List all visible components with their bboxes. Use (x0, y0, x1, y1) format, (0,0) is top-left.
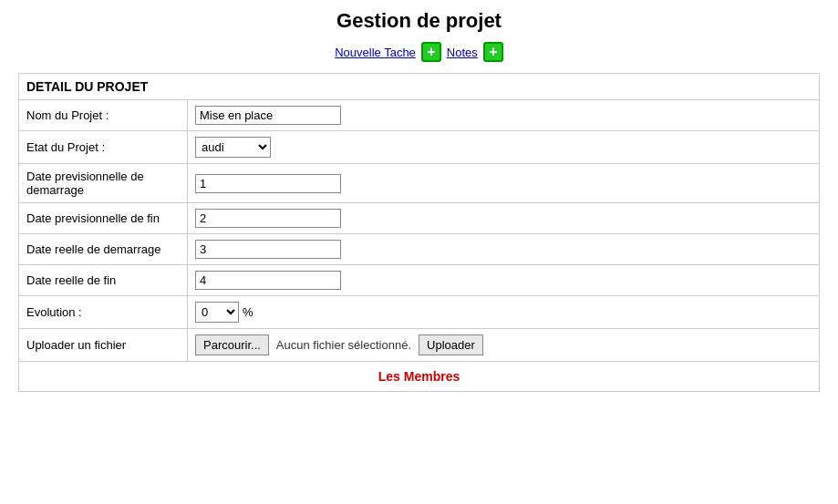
table-row: Nom du Projet : (19, 100, 820, 131)
upload-label: Uploader un fichier (19, 329, 188, 362)
evolution-cell: 0 10 20 30 40 50 60 70 80 90 100 % (188, 296, 820, 329)
date-prev-demarrage-label: Date previsionnelle de demarrage (19, 164, 188, 203)
section-header: DETAIL DU PROJET (19, 74, 820, 100)
upload-button[interactable]: Uploader (419, 334, 483, 355)
notes-plus-button[interactable]: + (483, 42, 503, 62)
page-title: Gestion de projet (18, 9, 820, 33)
no-file-text: Aucun fichier sélectionné. (276, 338, 411, 352)
evolution-label: Evolution : (19, 296, 188, 329)
nouvelle-tache-link[interactable]: Nouvelle Tache (335, 46, 416, 59)
footer-row: Les Membres (19, 362, 820, 392)
date-prev-fin-cell (188, 203, 820, 234)
table-row: Evolution : 0 10 20 30 40 50 60 70 80 90 (19, 296, 820, 329)
upload-cell: Parcourir... Aucun fichier sélectionné. … (188, 329, 820, 362)
evolution-percent-symbol: % (243, 305, 253, 319)
date-prev-fin-input[interactable] (195, 209, 341, 228)
date-reelle-demarrage-cell (188, 234, 820, 265)
nom-projet-label: Nom du Projet : (19, 100, 188, 131)
date-prev-demarrage-cell (188, 164, 820, 203)
toolbar: Nouvelle Tache + Notes + (18, 42, 820, 62)
date-prev-demarrage-input[interactable] (195, 174, 341, 193)
date-reelle-demarrage-input[interactable] (195, 240, 341, 259)
project-detail-table: DETAIL DU PROJET Nom du Projet : Etat du… (18, 73, 820, 392)
etat-projet-label: Etat du Projet : (19, 131, 188, 164)
date-reelle-fin-label: Date reelle de fin (19, 265, 188, 296)
etat-projet-select[interactable]: audi en cours terminé suspendu (195, 137, 271, 158)
nom-projet-cell (188, 100, 820, 131)
date-reelle-fin-cell (188, 265, 820, 296)
table-row: Date previsionnelle de demarrage (19, 164, 820, 203)
table-row: Date reelle de fin (19, 265, 820, 296)
evolution-select[interactable]: 0 10 20 30 40 50 60 70 80 90 100 (195, 302, 239, 323)
date-reelle-fin-input[interactable] (195, 271, 341, 290)
table-row: Uploader un fichier Parcourir... Aucun f… (19, 329, 820, 362)
browse-button[interactable]: Parcourir... (195, 334, 269, 355)
etat-projet-cell: audi en cours terminé suspendu (188, 131, 820, 164)
nouvelle-tache-plus-button[interactable]: + (421, 42, 441, 62)
nom-projet-input[interactable] (195, 106, 341, 125)
table-row: Etat du Projet : audi en cours terminé s… (19, 131, 820, 164)
table-row: Date previsionnelle de fin (19, 203, 820, 234)
date-reelle-demarrage-label: Date reelle de demarrage (19, 234, 188, 265)
table-row: Date reelle de demarrage (19, 234, 820, 265)
notes-link[interactable]: Notes (447, 46, 478, 59)
date-prev-fin-label: Date previsionnelle de fin (19, 203, 188, 234)
membres-footer: Les Membres (19, 362, 820, 392)
